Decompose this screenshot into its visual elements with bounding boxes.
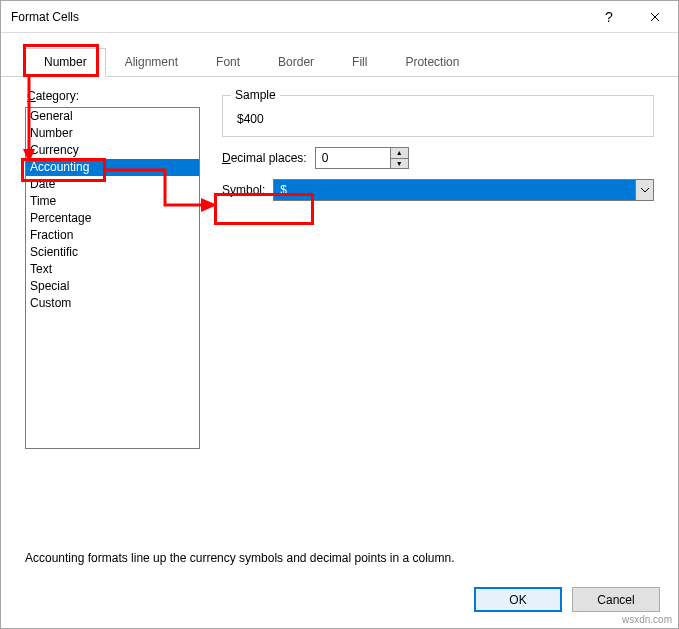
sample-box: Sample $400 (222, 95, 654, 137)
category-item-number[interactable]: Number (26, 125, 199, 142)
tab-border[interactable]: Border (259, 48, 333, 77)
tab-number[interactable]: Number (25, 48, 106, 77)
spinner-down[interactable]: ▼ (391, 159, 408, 169)
window-title: Format Cells (11, 10, 586, 24)
close-button[interactable] (632, 1, 678, 33)
tab-protection[interactable]: Protection (386, 48, 478, 77)
content-area: Category: GeneralNumberCurrencyAccountin… (1, 77, 678, 575)
dialog-footer: OK Cancel (1, 575, 678, 628)
category-listbox[interactable]: GeneralNumberCurrencyAccountingDateTimeP… (25, 107, 200, 449)
symbol-combobox[interactable]: $ (273, 179, 654, 201)
sample-value: $400 (237, 112, 264, 126)
format-description: Accounting formats line up the currency … (25, 551, 654, 565)
category-item-text[interactable]: Text (26, 261, 199, 278)
sample-legend: Sample (231, 88, 280, 102)
category-item-scientific[interactable]: Scientific (26, 244, 199, 261)
titlebar: Format Cells ? (1, 1, 678, 33)
decimal-places-spinner[interactable]: ▲ ▼ (315, 147, 409, 169)
category-column: Category: GeneralNumberCurrencyAccountin… (25, 89, 200, 525)
watermark: wsxdn.com (622, 614, 672, 625)
category-item-special[interactable]: Special (26, 278, 199, 295)
symbol-dropdown-button[interactable] (635, 180, 653, 200)
decimal-places-input[interactable] (316, 148, 390, 168)
symbol-row: Symbol: $ (222, 179, 654, 201)
decimal-places-label: Decimal places: (222, 151, 307, 165)
cancel-button[interactable]: Cancel (572, 587, 660, 612)
category-item-accounting[interactable]: Accounting (26, 159, 199, 176)
tab-fill[interactable]: Fill (333, 48, 386, 77)
ok-button[interactable]: OK (474, 587, 562, 612)
category-item-custom[interactable]: Custom (26, 295, 199, 312)
category-item-fraction[interactable]: Fraction (26, 227, 199, 244)
category-item-currency[interactable]: Currency (26, 142, 199, 159)
category-label: Category: (25, 89, 200, 103)
decimal-places-row: Decimal places: ▲ ▼ (222, 147, 654, 169)
settings-column: Sample $400 Decimal places: ▲ ▼ Symbol: (222, 89, 654, 525)
help-button[interactable]: ? (586, 1, 632, 33)
tab-strip: Number Alignment Font Border Fill Protec… (1, 33, 678, 77)
top-row: Category: GeneralNumberCurrencyAccountin… (25, 89, 654, 525)
chevron-down-icon (641, 188, 649, 193)
format-cells-dialog: Format Cells ? Number Alignment Font Bor… (0, 0, 679, 629)
spinner-up[interactable]: ▲ (391, 148, 408, 159)
category-item-time[interactable]: Time (26, 193, 199, 210)
symbol-value: $ (274, 180, 635, 200)
close-icon (650, 12, 660, 22)
tab-alignment[interactable]: Alignment (106, 48, 197, 77)
category-item-general[interactable]: General (26, 108, 199, 125)
category-item-date[interactable]: Date (26, 176, 199, 193)
spinner-buttons: ▲ ▼ (390, 148, 408, 168)
category-item-percentage[interactable]: Percentage (26, 210, 199, 227)
tab-font[interactable]: Font (197, 48, 259, 77)
symbol-label: Symbol: (222, 183, 265, 197)
